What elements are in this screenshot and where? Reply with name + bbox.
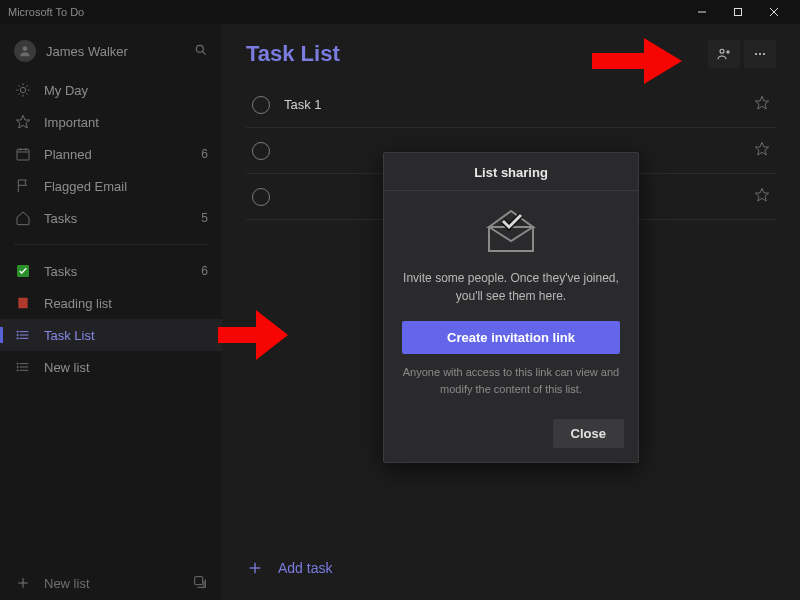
svg-line-15	[26, 85, 27, 86]
envelope-icon	[479, 207, 543, 255]
sidebar-item-tasks[interactable]: Tasks 5	[0, 202, 222, 234]
main-pane: Task List Task 1	[222, 24, 800, 600]
dialog-title: List sharing	[384, 153, 638, 191]
titlebar: Microsoft To Do	[0, 0, 800, 24]
sidebar-item-label: Planned	[44, 147, 201, 162]
app-body: James Walker My Day Important	[0, 24, 800, 600]
svg-line-6	[203, 51, 206, 54]
minimize-button[interactable]	[684, 0, 720, 24]
close-button[interactable]: Close	[553, 419, 624, 448]
new-list-label: New list	[44, 576, 90, 591]
new-list-row[interactable]: New list	[0, 566, 222, 600]
list-icon	[14, 326, 32, 344]
sidebar-item-label: Important	[44, 115, 208, 130]
svg-marker-16	[16, 115, 29, 128]
sidebar-item-label: Reading list	[44, 296, 208, 311]
sidebar-item-label: Flagged Email	[44, 179, 208, 194]
svg-point-34	[17, 370, 18, 371]
svg-point-27	[17, 334, 18, 335]
add-group-icon[interactable]	[192, 574, 208, 593]
sidebar-item-my-day[interactable]: My Day	[0, 74, 222, 106]
sidebar-item-list-reading[interactable]: Reading list	[0, 287, 222, 319]
sidebar-item-important[interactable]: Important	[0, 106, 222, 138]
star-icon	[14, 113, 32, 131]
sidebar-separator	[14, 244, 208, 245]
flag-icon	[14, 177, 32, 195]
sidebar-item-label: Tasks	[44, 211, 201, 226]
svg-rect-37	[195, 576, 203, 584]
sidebar-item-list-newlist[interactable]: New list	[0, 351, 222, 383]
dialog-body: Invite some people. Once they've joined,…	[384, 191, 638, 409]
svg-rect-17	[17, 149, 29, 160]
svg-point-26	[17, 331, 18, 332]
svg-rect-1	[735, 9, 742, 16]
sidebar-item-list-tasks[interactable]: Tasks 6	[0, 255, 222, 287]
svg-line-13	[26, 93, 27, 94]
sidebar-item-flagged-email[interactable]: Flagged Email	[0, 170, 222, 202]
dialog-subtext: Anyone with access to this link can view…	[402, 364, 620, 397]
sidebar: James Walker My Day Important	[0, 24, 222, 600]
calendar-icon	[14, 145, 32, 163]
svg-line-12	[18, 85, 19, 86]
home-icon	[14, 209, 32, 227]
maximize-button[interactable]	[720, 0, 756, 24]
avatar	[14, 40, 36, 62]
book-icon	[14, 294, 32, 312]
sun-icon	[14, 81, 32, 99]
search-icon[interactable]	[194, 43, 208, 60]
sidebar-item-label: New list	[44, 360, 208, 375]
share-dialog: List sharing Invite some people. Onc	[383, 152, 639, 463]
account-name: James Walker	[46, 44, 194, 59]
sidebar-item-count: 6	[201, 264, 208, 278]
sidebar-item-list-tasklist[interactable]: Task List	[0, 319, 222, 351]
svg-point-5	[196, 45, 203, 52]
account-row[interactable]: James Walker	[0, 32, 222, 70]
app-window: Microsoft To Do James Walker My Da	[0, 0, 800, 600]
window-title: Microsoft To Do	[8, 6, 684, 18]
list-icon	[14, 358, 32, 376]
sidebar-item-planned[interactable]: Planned 6	[0, 138, 222, 170]
sidebar-item-label: My Day	[44, 83, 208, 98]
dialog-footer: Close	[384, 409, 638, 462]
sidebar-item-label: Task List	[44, 328, 208, 343]
svg-point-33	[17, 366, 18, 367]
svg-point-28	[17, 338, 18, 339]
plus-icon	[14, 576, 32, 590]
dialog-overlay: List sharing Invite some people. Onc	[222, 24, 800, 600]
svg-point-4	[23, 46, 28, 51]
dialog-text: Invite some people. Once they've joined,…	[402, 269, 620, 305]
sidebar-item-label: Tasks	[44, 264, 201, 279]
nav-lists: Tasks 6 Reading list Task List New list	[0, 251, 222, 387]
svg-point-32	[17, 363, 18, 364]
svg-rect-22	[18, 298, 27, 309]
sidebar-item-count: 5	[201, 211, 208, 225]
nav-smart: My Day Important Planned 6 Flagged Email	[0, 70, 222, 238]
close-window-button[interactable]	[756, 0, 792, 24]
create-invitation-link-button[interactable]: Create invitation link	[402, 321, 620, 354]
svg-point-7	[20, 87, 25, 92]
window-controls	[684, 0, 792, 24]
check-icon	[14, 262, 32, 280]
svg-line-14	[18, 93, 19, 94]
sidebar-item-count: 6	[201, 147, 208, 161]
